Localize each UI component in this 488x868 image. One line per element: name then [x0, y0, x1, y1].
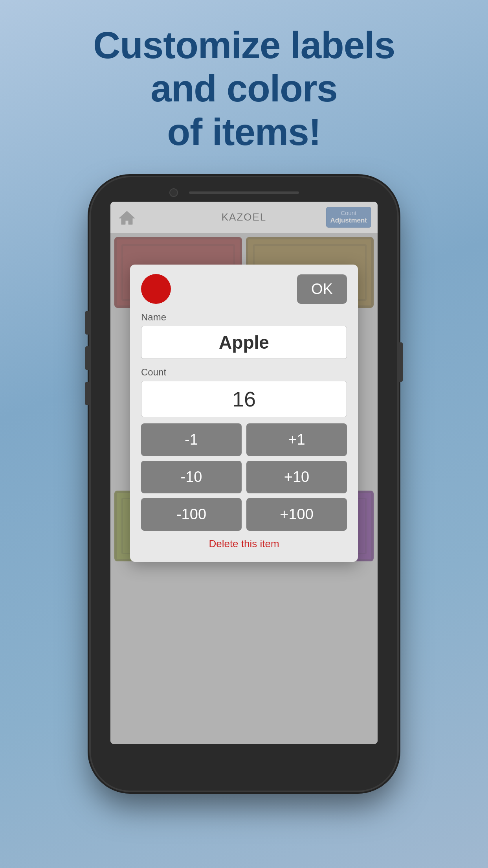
count-display: 16 [141, 381, 347, 417]
name-label: Name [141, 312, 347, 323]
delete-item-link[interactable]: Delete this item [141, 538, 347, 550]
phone-screen: KAZOEL Count Adjustment Apple Orange [110, 202, 378, 744]
hero-title: Customize labels and colors of items! [62, 24, 426, 154]
adj-buttons-row-1: -1 +1 [141, 423, 347, 456]
count-label: Count [141, 367, 347, 378]
minus-1-button[interactable]: -1 [141, 423, 242, 456]
modal-overlay: OK Name Apple Count 16 -1 +1 -10 +10 [110, 202, 378, 744]
minus-100-button[interactable]: -100 [141, 498, 242, 531]
edit-item-modal: OK Name Apple Count 16 -1 +1 -10 +10 [130, 265, 358, 562]
adj-buttons-row-2: -10 +10 [141, 461, 347, 493]
adj-buttons-row-3: -100 +100 [141, 498, 347, 531]
name-input[interactable]: Apple [141, 326, 347, 359]
plus-10-button[interactable]: +10 [246, 461, 347, 493]
plus-100-button[interactable]: +100 [246, 498, 347, 531]
plus-1-button[interactable]: +1 [246, 423, 347, 456]
ok-button[interactable]: OK [297, 274, 347, 304]
minus-10-button[interactable]: -10 [141, 461, 242, 493]
phone-frame: KAZOEL Count Adjustment Apple Orange [91, 177, 397, 791]
modal-header: OK [141, 274, 347, 304]
color-picker-circle[interactable] [141, 274, 171, 304]
phone-camera [169, 188, 178, 197]
phone-speaker [189, 191, 299, 194]
